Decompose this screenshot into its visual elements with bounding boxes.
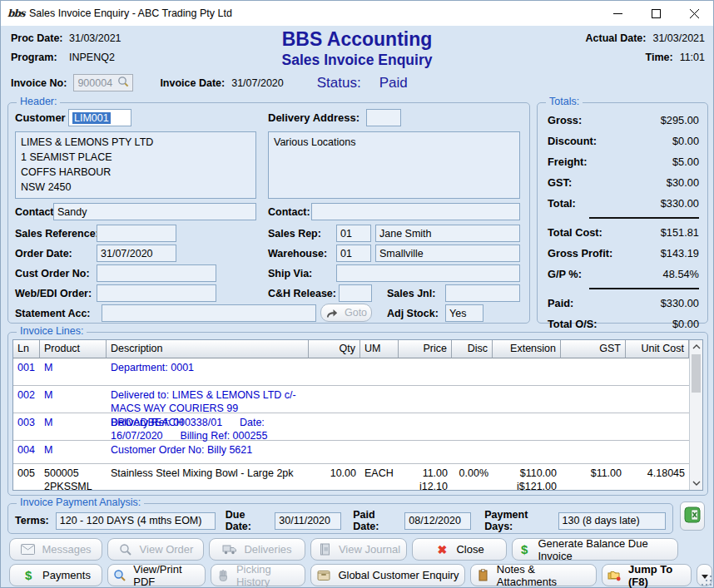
row-um[interactable]: EACH: [360, 464, 399, 495]
table-row[interactable]: 005: [13, 464, 40, 495]
table-row[interactable]: 002: [13, 386, 40, 413]
col-header-unit-cost[interactable]: Unit Cost: [626, 340, 689, 358]
row-unit-cost[interactable]: [626, 413, 689, 441]
scroll-up-icon[interactable]: [690, 340, 702, 353]
row-disc[interactable]: [452, 386, 493, 413]
sales-jnl-field[interactable]: [445, 284, 520, 302]
search-icon[interactable]: [117, 76, 129, 90]
col-header-extension[interactable]: Extension: [493, 340, 561, 358]
row-unit-cost[interactable]: [626, 358, 689, 386]
sales-reference-field[interactable]: [97, 225, 176, 242]
col-header-price[interactable]: Price: [399, 340, 452, 358]
row-um[interactable]: [360, 441, 399, 464]
col-header-product[interactable]: Product: [40, 340, 107, 358]
messages-button[interactable]: Messages: [9, 538, 102, 561]
row-extension[interactable]: [493, 386, 561, 413]
row-price[interactable]: [399, 358, 452, 386]
picking-history-button[interactable]: Picking History: [211, 564, 305, 586]
table-row[interactable]: 003: [13, 413, 40, 441]
row-um[interactable]: [360, 413, 399, 441]
paid-date-field[interactable]: 08/12/2020: [404, 512, 471, 530]
due-date-field[interactable]: 30/11/2020: [275, 512, 341, 530]
row-qty[interactable]: [309, 386, 360, 413]
contact-field[interactable]: Sandy: [53, 203, 256, 220]
web-edi-order-field[interactable]: [97, 284, 216, 302]
goto-button[interactable]: Goto: [320, 304, 372, 322]
row-qty[interactable]: [309, 441, 360, 464]
maximize-button[interactable]: [637, 1, 675, 26]
row-qty[interactable]: 10.00: [309, 464, 360, 495]
row-um[interactable]: [360, 386, 399, 413]
col-header-gst[interactable]: GST: [561, 340, 626, 358]
row-gst[interactable]: [561, 358, 626, 386]
notes-attachments-button[interactable]: Notes & Attachments: [470, 564, 597, 586]
row-description[interactable]: Customer Order No: Billy 5621: [107, 441, 309, 464]
sales-rep-name-field[interactable]: Jane Smith: [375, 225, 520, 242]
resize-grip[interactable]: [702, 576, 712, 586]
delivery-address-area[interactable]: Various Locations: [268, 131, 520, 199]
row-product[interactable]: M: [40, 413, 107, 441]
table-row[interactable]: 004: [13, 441, 40, 464]
row-description[interactable]: Department: 0001: [107, 358, 309, 386]
col-header-qty[interactable]: Qty: [309, 340, 360, 358]
row-qty[interactable]: [309, 358, 360, 386]
global-customer-enquiry-button[interactable]: Global Customer Enquiry: [310, 564, 465, 586]
invoice-no-field[interactable]: 900004: [73, 74, 133, 91]
ch-release-field[interactable]: [339, 284, 372, 302]
row-price[interactable]: 11.00 i12.10: [399, 464, 452, 495]
row-description[interactable]: Delivery Ref: 000338/01 Date: 16/07/2020…: [107, 413, 309, 441]
row-extension[interactable]: [493, 441, 561, 464]
payments-button[interactable]: $ Payments: [9, 564, 102, 586]
row-extension[interactable]: [493, 358, 561, 386]
row-product[interactable]: 500005 2PKSSML: [40, 464, 107, 495]
statement-acc-field[interactable]: [102, 304, 316, 322]
warehouse-name-field[interactable]: Smallville: [375, 245, 520, 262]
customer-address-area[interactable]: LIMES & LEMONS PTY LTD 1 SEAMIST PLACE C…: [15, 131, 256, 199]
generate-balance-due-invoice-button[interactable]: $ Generate Balance Due Invoice: [512, 538, 678, 561]
delivery-contact-field[interactable]: [311, 203, 520, 220]
row-unit-cost[interactable]: [626, 441, 689, 464]
row-disc[interactable]: [452, 358, 493, 386]
row-price[interactable]: [399, 413, 452, 441]
table-row[interactable]: 001: [13, 358, 40, 386]
export-excel-button[interactable]: [680, 502, 705, 531]
deliveries-button[interactable]: Deliveries: [209, 538, 305, 561]
payment-days-field[interactable]: 130 (8 days late): [558, 512, 666, 530]
col-header-disc[interactable]: Disc: [452, 340, 493, 358]
row-price[interactable]: [399, 386, 452, 413]
row-product[interactable]: M: [40, 358, 107, 386]
row-product[interactable]: M: [40, 386, 107, 413]
minimize-button[interactable]: [598, 1, 637, 26]
scroll-down-icon[interactable]: [690, 477, 702, 490]
row-qty[interactable]: [309, 413, 360, 441]
row-um[interactable]: [360, 358, 399, 386]
row-price[interactable]: [399, 441, 452, 464]
terms-field[interactable]: 120 - 120 DAYS (4 mths EOM): [56, 512, 216, 530]
customer-code-field[interactable]: LIM001: [68, 109, 131, 126]
order-date-field[interactable]: 31/07/2020: [97, 245, 176, 262]
row-gst[interactable]: [561, 413, 626, 441]
jump-to-button[interactable]: Jump To (F8): [602, 564, 692, 586]
col-header-ln[interactable]: Ln: [13, 340, 40, 358]
sales-rep-code-field[interactable]: 01: [336, 225, 371, 242]
row-extension[interactable]: [493, 413, 561, 441]
row-disc[interactable]: [452, 413, 493, 441]
close-button[interactable]: ✖ Close: [412, 538, 507, 561]
view-print-pdf-button[interactable]: View/Print PDF: [107, 564, 206, 586]
adj-stock-field[interactable]: Yes: [445, 304, 483, 322]
row-unit-cost[interactable]: 4.18045: [626, 464, 689, 495]
close-window-button[interactable]: [675, 1, 713, 26]
row-gst[interactable]: [561, 386, 626, 413]
scrollbar-thumb[interactable]: [692, 354, 701, 393]
delivery-code-field[interactable]: [366, 109, 401, 126]
row-disc[interactable]: [452, 441, 493, 464]
row-extension[interactable]: $110.00 i$121.00: [493, 464, 561, 495]
row-product[interactable]: M: [40, 441, 107, 464]
view-journal-button[interactable]: View Journal: [310, 538, 407, 561]
row-description[interactable]: Delivered to: LIMES & LEMONS LTD c/- MAC…: [107, 386, 309, 413]
cust-order-no-field[interactable]: [97, 264, 216, 282]
warehouse-code-field[interactable]: 01: [336, 245, 371, 262]
row-unit-cost[interactable]: [626, 386, 689, 413]
row-description[interactable]: Stainless Steel Mixing Bowl - Large 2pk: [107, 464, 309, 495]
vertical-scrollbar[interactable]: [689, 340, 702, 490]
